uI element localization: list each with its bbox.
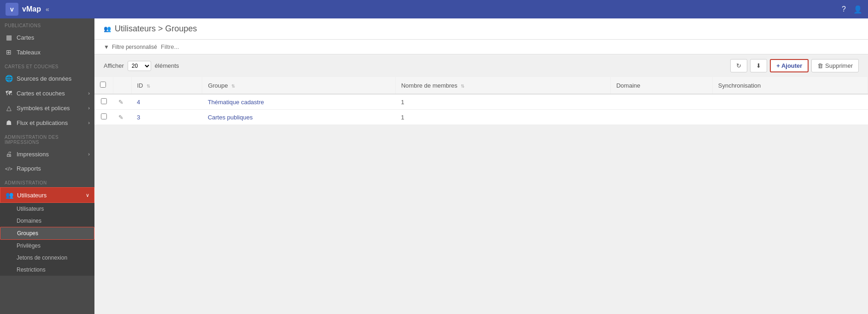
sidebar-section-cartes-couches: CARTES ET COUCHES 🌐 Sources de données 🗺… xyxy=(0,59,94,130)
row-membres: 1 xyxy=(395,110,610,125)
sources-icon: 🌐 xyxy=(5,75,13,82)
row-edit-cell: ✎ xyxy=(113,110,131,125)
row-checkbox[interactable] xyxy=(101,98,107,104)
app-logo: v vMap xyxy=(6,3,41,16)
cartes-icon: ▦ xyxy=(5,34,13,41)
user-profile-icon[interactable]: 👤 xyxy=(853,5,862,14)
sidebar-subitem-domaines[interactable]: Domaines xyxy=(0,215,94,227)
select-all-checkbox[interactable] xyxy=(100,82,106,88)
row-checkbox-cell xyxy=(94,94,113,110)
th-checkbox xyxy=(94,77,113,94)
sidebar-item-flux[interactable]: ☗ Flux et publications › xyxy=(0,115,94,130)
sidebar-subitem-utilisateurs[interactable]: Utilisateurs xyxy=(0,203,94,215)
sidebar-item-label: Symboles et polices xyxy=(17,105,70,112)
add-button[interactable]: + Ajouter xyxy=(770,59,809,72)
help-icon[interactable]: ? xyxy=(842,5,846,13)
row-groupe[interactable]: Thématique cadastre xyxy=(202,94,395,110)
filter-label: ▼ Filtre personnalisé xyxy=(104,44,157,50)
chevron-down-icon: ∨ xyxy=(86,192,89,198)
th-edit xyxy=(113,77,131,94)
sidebar-section-administration: ADMINISTRATION 👥 Utilisateurs ∨ Utilisat… xyxy=(0,176,94,276)
row-synchro xyxy=(712,110,868,125)
per-page-select[interactable]: 20 50 100 xyxy=(128,61,151,71)
main-content: 👥 Utilisateurs > Groupes ▼ Filtre person… xyxy=(94,18,868,314)
symboles-icon: △ xyxy=(5,104,13,112)
row-synchro xyxy=(712,94,868,110)
sidebar-subitem-groupes[interactable]: Groupes xyxy=(0,227,94,240)
collapse-sidebar-button[interactable]: « xyxy=(46,6,49,13)
sidebar-item-tableaux[interactable]: ⊞ Tableaux xyxy=(0,45,94,59)
sidebar-item-label: Cartes et couches xyxy=(17,90,65,97)
sidebar-subitem-jetons[interactable]: Jetons de connexion xyxy=(0,252,94,264)
section-label-cartes-couches: CARTES ET COUCHES xyxy=(0,59,94,71)
sidebar-subitem-privileges[interactable]: Privilèges xyxy=(0,240,94,252)
sort-groupe-icon[interactable]: ⇅ xyxy=(231,83,235,89)
rapports-icon: </> xyxy=(5,166,13,172)
row-groupe[interactable]: Cartes publiques xyxy=(202,110,395,125)
row-checkbox[interactable] xyxy=(101,113,107,119)
utilisateurs-submenu: Utilisateurs Domaines Groupes Privilèges… xyxy=(0,203,94,276)
download-button[interactable]: ⬇ xyxy=(750,59,767,72)
cartes-couches-icon: 🗺 xyxy=(5,89,13,97)
topbar-right: ? 👤 xyxy=(842,5,862,14)
chevron-right-icon: › xyxy=(88,120,90,125)
chevron-right-icon: › xyxy=(88,151,90,157)
groups-table-container: ID ⇅ Groupe ⇅ Nombre de membres ⇅ Domain… xyxy=(94,77,868,125)
th-id-label: ID xyxy=(137,82,143,89)
sidebar-item-label: Cartes xyxy=(17,34,34,41)
th-domaine: Domaine xyxy=(610,77,712,94)
table-body: ✎ 4 Thématique cadastre 1 ✎ 3 Cartes pub… xyxy=(94,94,868,125)
sidebar-item-cartes-couches[interactable]: 🗺 Cartes et couches › xyxy=(0,86,94,101)
th-groupe: Groupe ⇅ xyxy=(202,77,395,94)
logo-icon: v xyxy=(6,3,18,16)
sidebar-item-impressions[interactable]: 🖨 Impressions › xyxy=(0,147,94,161)
flux-icon: ☗ xyxy=(5,119,13,126)
table-row: ✎ 4 Thématique cadastre 1 xyxy=(94,94,868,110)
row-checkbox-cell xyxy=(94,110,113,125)
sidebar-item-cartes[interactable]: ▦ Cartes xyxy=(0,30,94,45)
sidebar-subitem-restrictions[interactable]: Restrictions xyxy=(0,264,94,276)
sidebar-item-label: Tableaux xyxy=(17,49,41,56)
edit-icon[interactable]: ✎ xyxy=(118,99,123,106)
filter-input[interactable] xyxy=(161,43,859,50)
sidebar-section-impressions: ADMINISTRATION DES IMPRESSIONS 🖨 Impress… xyxy=(0,130,94,176)
sidebar: PUBLICATIONS ▦ Cartes ⊞ Tableaux CARTES … xyxy=(0,18,94,314)
impressions-icon: 🖨 xyxy=(5,150,13,158)
chevron-right-icon: › xyxy=(88,90,90,96)
row-edit-cell: ✎ xyxy=(113,94,131,110)
table-header-row: ID ⇅ Groupe ⇅ Nombre de membres ⇅ Domain… xyxy=(94,77,868,94)
edit-icon[interactable]: ✎ xyxy=(118,114,123,121)
sidebar-item-sources[interactable]: 🌐 Sources de données xyxy=(0,71,94,86)
refresh-button[interactable]: ↻ xyxy=(730,59,747,72)
sidebar-item-label: Rapports xyxy=(17,165,41,172)
utilisateurs-icon: 👥 xyxy=(5,191,13,199)
th-groupe-label: Groupe xyxy=(208,82,228,89)
sidebar-item-rapports[interactable]: </> Rapports xyxy=(0,161,94,176)
th-id: ID ⇅ xyxy=(131,77,202,94)
chevron-right-icon: › xyxy=(88,105,90,111)
filter-icon: ▼ xyxy=(104,44,109,50)
sidebar-item-label: Sources de données xyxy=(17,75,71,82)
row-id[interactable]: 3 xyxy=(131,110,202,125)
page-header: 👥 Utilisateurs > Groupes xyxy=(94,18,868,40)
filter-text: Filtre personnalisé xyxy=(112,44,157,50)
section-label-publications: PUBLICATIONS xyxy=(0,18,94,30)
delete-button[interactable]: 🗑 Supprimer xyxy=(811,59,859,72)
sidebar-item-symboles[interactable]: △ Symboles et polices › xyxy=(0,101,94,115)
app-name: vMap xyxy=(22,5,41,13)
table-action-buttons: ↻ ⬇ + Ajouter 🗑 Supprimer xyxy=(730,59,859,72)
page-icon: 👥 xyxy=(104,25,111,32)
sort-membres-icon[interactable]: ⇅ xyxy=(461,83,464,89)
groups-table: ID ⇅ Groupe ⇅ Nombre de membres ⇅ Domain… xyxy=(94,77,868,125)
sidebar-item-label: Flux et publications xyxy=(17,119,68,126)
sort-id-icon[interactable]: ⇅ xyxy=(147,83,150,89)
row-domaine xyxy=(610,94,712,110)
elements-label: éléments xyxy=(155,62,179,69)
sidebar-item-label: Impressions xyxy=(17,151,49,158)
filter-bar: ▼ Filtre personnalisé xyxy=(94,40,868,54)
row-id[interactable]: 4 xyxy=(131,94,202,110)
page-title: Utilisateurs > Groupes xyxy=(115,24,197,34)
th-membres: Nombre de membres ⇅ xyxy=(395,77,610,94)
sidebar-item-label: Utilisateurs xyxy=(17,192,47,199)
sidebar-item-utilisateurs[interactable]: 👥 Utilisateurs ∨ xyxy=(0,187,94,203)
